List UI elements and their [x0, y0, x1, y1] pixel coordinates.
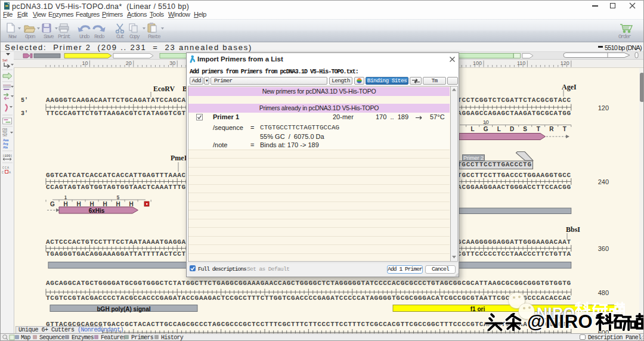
- svg-text:TAT: TAT: [2, 134, 7, 137]
- svg-text:|100|: |100|: [2, 154, 13, 158]
- svg-text:CCA: CCA: [2, 166, 10, 170]
- svg-text:Ala: Ala: [3, 145, 8, 149]
- svg-text:SalI: SalI: [2, 58, 8, 62]
- svg-text:A: A: [9, 171, 11, 175]
- svg-text:C: C: [2, 171, 4, 175]
